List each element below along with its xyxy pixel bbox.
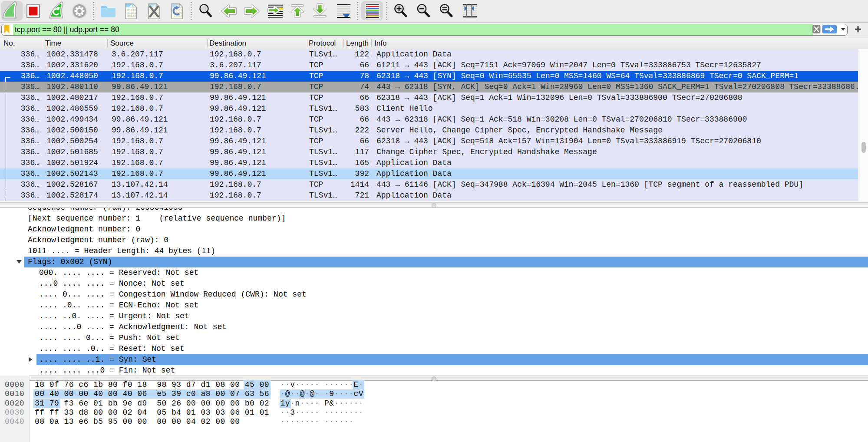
svg-text:01110: 01110 — [127, 14, 136, 18]
